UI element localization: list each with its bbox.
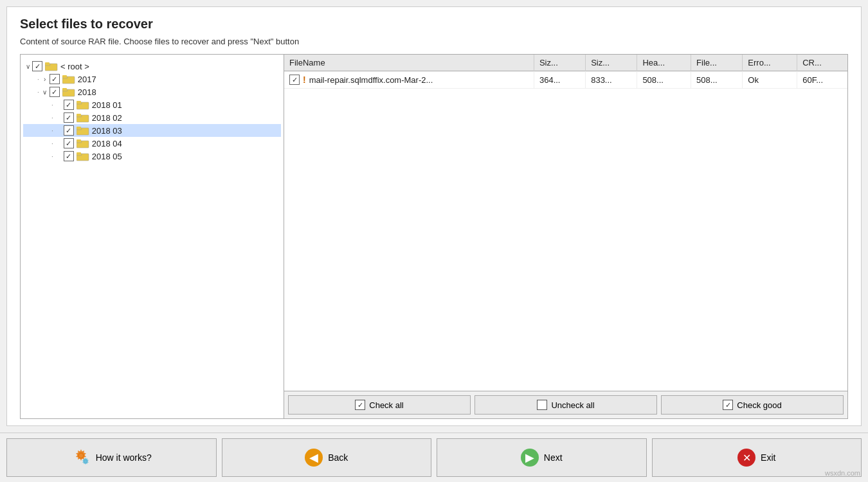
tree-item-root[interactable]: ∨ < root >: [23, 60, 281, 73]
tree-line-2018_05: ·: [51, 153, 53, 160]
folder-icon-root: [45, 61, 58, 71]
svg-rect-2: [45, 62, 50, 64]
tree-line-2018: ·: [37, 89, 39, 96]
tree-item-2018_01[interactable]: · 2018 01: [23, 98, 281, 111]
tree-item-2018[interactable]: · ∨ 2018: [23, 85, 281, 98]
exit-icon: ✕: [737, 449, 755, 467]
folder-icon-2017: [62, 74, 75, 84]
tree-item-2018_03[interactable]: · 2018 03: [23, 124, 281, 137]
file-table: FileNameSiz...Siz...Hea...File...Erro...…: [284, 55, 847, 391]
svg-rect-5: [62, 75, 67, 77]
back-icon: ◀: [305, 449, 323, 467]
tree-checkbox-2018_05[interactable]: [64, 151, 74, 161]
watermark: wsxdn.com: [825, 469, 860, 477]
file-cell-file: 508...: [691, 71, 743, 89]
tree-checkbox-2018_02[interactable]: [64, 112, 74, 123]
tree-checkbox-2017[interactable]: [50, 74, 60, 84]
check-all-label: Check all: [369, 400, 403, 410]
svg-rect-11: [77, 101, 81, 103]
folder-icon-2018_02: [77, 112, 89, 123]
file-cell-siz2: 833...: [586, 71, 637, 89]
back-button[interactable]: ◀ Back: [222, 438, 432, 477]
tree-label-2018_02: 2018 02: [92, 113, 122, 123]
exit-label: Exit: [761, 452, 775, 463]
next-icon: ▶: [521, 449, 539, 467]
bottom-bar: How it works? ◀ Back ▶ Next ✕ Exit: [0, 433, 868, 482]
check-good-label: Check good: [737, 400, 781, 410]
check-good-icon: [723, 400, 733, 410]
tree-checkbox-2018_03[interactable]: [64, 125, 74, 136]
check-all-button[interactable]: Check all: [288, 395, 471, 415]
col-header-filename[interactable]: FileName: [284, 55, 534, 71]
tree-toggle-2017[interactable]: ›: [41, 76, 50, 83]
svg-rect-8: [62, 88, 67, 90]
uncheck-all-label: Uncheck all: [551, 400, 594, 410]
tree-label-2018_01: 2018 01: [92, 100, 122, 110]
tree-checkbox-2018[interactable]: [50, 87, 60, 97]
next-label: Next: [544, 452, 563, 463]
col-header-erro[interactable]: Erro...: [743, 55, 797, 71]
svg-rect-17: [77, 127, 81, 129]
col-header-siz2[interactable]: Siz...: [586, 55, 637, 71]
folder-icon-2018_01: [77, 100, 89, 110]
gear-icon: [71, 448, 92, 467]
page-subtitle: Content of source RAR file. Choose files…: [20, 37, 848, 46]
tree-panel: ∨ < root > · › 2017 · ∨ 2018 ·: [21, 55, 284, 418]
tree-label-root: < root >: [60, 62, 89, 71]
tree-label-2018_05: 2018 05: [92, 152, 122, 161]
col-header-siz1[interactable]: Siz...: [534, 55, 585, 71]
folder-icon-2018_03: [77, 125, 89, 136]
svg-rect-23: [77, 152, 81, 154]
col-header-file[interactable]: File...: [691, 55, 743, 71]
file-name-0: mail-repair.sqlmdffix.com-Mar-2...: [309, 75, 433, 85]
file-checkbox-0[interactable]: [289, 75, 300, 85]
file-warn-icon: !: [303, 75, 306, 85]
main-container: Select files to recover Content of sourc…: [6, 6, 862, 426]
next-button[interactable]: ▶ Next: [437, 438, 647, 477]
folder-icon-2018_05: [77, 151, 89, 161]
uncheck-all-icon: [537, 400, 547, 410]
back-label: Back: [328, 452, 348, 463]
svg-rect-20: [77, 139, 81, 141]
col-header-cr[interactable]: CR...: [797, 55, 847, 71]
tree-line-2018_02: ·: [51, 114, 53, 121]
check-all-icon: [355, 400, 365, 410]
tree-label-2018: 2018: [78, 87, 96, 97]
file-panel-buttons: Check all Uncheck all Check good: [284, 391, 847, 418]
folder-icon-2018_04: [77, 138, 89, 148]
how-it-works-button[interactable]: How it works?: [6, 438, 217, 477]
tree-line-2018_03: ·: [51, 127, 53, 134]
tree-checkbox-2018_01[interactable]: [64, 100, 74, 110]
file-cell-siz1: 364...: [534, 71, 585, 89]
tree-label-2018_04: 2018 04: [92, 139, 122, 148]
tree-item-2018_05[interactable]: · 2018 05: [23, 150, 281, 163]
page-title: Select files to recover: [20, 17, 848, 31]
tree-line-2017: ·: [37, 76, 39, 83]
tree-label-2018_03: 2018 03: [92, 126, 122, 136]
file-cell-erro: Ok: [743, 71, 797, 89]
col-header-hea[interactable]: Hea...: [637, 55, 691, 71]
check-good-button[interactable]: Check good: [661, 395, 844, 415]
tree-label-2017: 2017: [78, 75, 96, 84]
tree-item-2017[interactable]: · › 2017: [23, 73, 281, 85]
table-row: ! mail-repair.sqlmdffix.com-Mar-2... 364…: [284, 71, 847, 89]
tree-toggle-root[interactable]: ∨: [23, 63, 32, 70]
file-cell-hea: 508...: [637, 71, 691, 89]
tree-toggle-2018[interactable]: ∨: [41, 89, 50, 96]
tree-item-2018_04[interactable]: · 2018 04: [23, 137, 281, 150]
tree-item-2018_02[interactable]: · 2018 02: [23, 111, 281, 124]
folder-icon-2018: [62, 87, 75, 97]
how-it-works-label: How it works?: [96, 452, 152, 463]
uncheck-all-button[interactable]: Uncheck all: [475, 395, 657, 415]
tree-checkbox-root[interactable]: [32, 61, 42, 71]
tree-line-2018_01: ·: [51, 102, 53, 109]
svg-rect-14: [77, 114, 81, 116]
file-cell-cr: 60F...: [797, 71, 847, 89]
content-area: ∨ < root > · › 2017 · ∨ 2018 ·: [20, 54, 848, 419]
file-panel: FileNameSiz...Siz...Hea...File...Erro...…: [284, 55, 847, 418]
tree-checkbox-2018_04[interactable]: [64, 138, 74, 148]
tree-line-2018_04: ·: [51, 140, 53, 147]
file-cell-filename: ! mail-repair.sqlmdffix.com-Mar-2...: [284, 71, 534, 89]
